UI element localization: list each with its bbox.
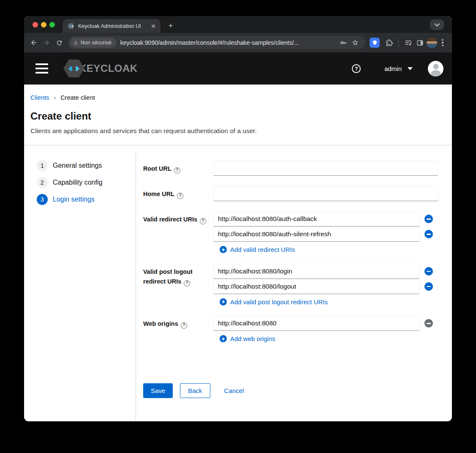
minimize-window-button[interactable] <box>41 22 46 27</box>
maximize-window-button[interactable] <box>49 22 55 27</box>
login-settings-form: Root URL? Home URL? Valid redirect URIs? <box>143 145 438 398</box>
tab-title: Keycloak Administration UI <box>78 23 150 29</box>
close-tab-icon[interactable]: ✕ <box>150 22 157 30</box>
warning-triangle-icon: ⚠ <box>73 40 78 45</box>
home-url-input[interactable] <box>213 186 438 201</box>
nav-toggle-hamburger-icon[interactable] <box>35 63 48 74</box>
wizard-steps-nav: 1 General settings 2 Capability config 3… <box>37 160 102 205</box>
user-dropdown-caret-icon[interactable] <box>408 67 413 70</box>
page-header: Clients › Create client Create client Cl… <box>24 85 452 145</box>
media-controls-icon[interactable] <box>402 37 414 49</box>
user-avatar[interactable] <box>428 61 443 76</box>
step-number-badge: 1 <box>37 160 48 171</box>
new-tab-button[interactable]: + <box>165 20 177 32</box>
home-url-label: Home URL? <box>143 186 213 201</box>
remove-web-origin-button-disabled <box>424 319 433 327</box>
form-group-root-url: Root URL? <box>143 161 438 176</box>
plus-circle-icon: + <box>220 246 227 253</box>
back-button[interactable] <box>27 36 40 49</box>
adblock-shield-extension-icon[interactable] <box>370 38 380 48</box>
post-logout-uri-row <box>213 264 438 279</box>
browser-tab[interactable]: Keycloak Administration UI ✕ <box>63 19 160 33</box>
post-logout-uri-row <box>213 279 438 294</box>
web-origins-help-icon[interactable]: ? <box>181 322 187 329</box>
web-origin-row <box>213 316 438 331</box>
help-icon[interactable]: ? <box>352 64 361 73</box>
keycloak-favicon-icon <box>68 23 74 29</box>
cancel-button[interactable]: Cancel <box>224 383 244 398</box>
tab-search-chevron-button[interactable] <box>430 19 444 30</box>
post-logout-uri-input[interactable] <box>213 279 419 294</box>
post-logout-redirect-uris-help-icon[interactable]: ? <box>184 280 190 287</box>
add-valid-redirect-uris-link[interactable]: + Add valid redirect URIs <box>220 246 295 253</box>
username-dropdown-label[interactable]: admin <box>384 65 402 72</box>
valid-redirect-uris-label: Valid redirect URIs? <box>143 211 213 254</box>
side-panel-icon[interactable] <box>414 37 426 49</box>
keycloak-logo[interactable]: KEYCLOAK <box>63 60 138 77</box>
step-number-badge: 3 <box>37 194 48 205</box>
root-url-input[interactable] <box>213 161 438 176</box>
form-group-post-logout-redirect-uris: Valid post logout redirect URIs? + Add v… <box>143 264 438 306</box>
add-post-logout-redirect-uris-link[interactable]: + Add valid post logout redirect URIs <box>220 298 328 306</box>
password-key-icon[interactable] <box>337 37 349 49</box>
step-number-badge: 2 <box>37 177 48 188</box>
back-button-form[interactable]: Back <box>180 383 210 398</box>
form-group-web-origins: Web origins? + Add web origins <box>143 316 438 343</box>
remove-post-logout-uri-button[interactable] <box>424 267 433 276</box>
remove-redirect-uri-button[interactable] <box>424 215 433 223</box>
browser-toolbar: ⚠ Non sécurisé keycloak:9090/admin/maste… <box>24 33 452 52</box>
redirect-uri-input[interactable] <box>213 226 419 242</box>
extensions-puzzle-icon[interactable] <box>383 37 395 49</box>
browser-menu-kebab-icon[interactable] <box>438 39 448 46</box>
security-chip[interactable]: ⚠ Non sécurisé <box>70 38 116 48</box>
browser-profile-avatar[interactable] <box>426 37 438 49</box>
masthead-right: ? admin <box>352 61 443 76</box>
add-web-origins-link[interactable]: + Add web origins <box>220 335 275 342</box>
wizard-content: 1 General settings 2 Capability config 3… <box>24 145 452 421</box>
form-group-home-url: Home URL? <box>143 186 438 201</box>
address-bar[interactable]: ⚠ Non sécurisé keycloak:9090/admin/maste… <box>68 36 365 49</box>
url-text: keycloak:9090/admin/master/console/#/rul… <box>120 39 337 46</box>
root-url-help-icon[interactable]: ? <box>174 167 180 174</box>
bookmark-star-icon[interactable] <box>349 37 361 49</box>
remove-redirect-uri-button[interactable] <box>424 230 433 238</box>
breadcrumb-current: Create client <box>60 94 95 101</box>
form-actions: Save Back Cancel <box>143 383 438 398</box>
wizard-divider <box>136 152 136 421</box>
home-url-help-icon[interactable]: ? <box>177 193 183 199</box>
desktop-background: Keycloak Administration UI ✕ + ⚠ Non séc… <box>0 0 476 453</box>
valid-redirect-uris-help-icon[interactable]: ? <box>200 218 206 224</box>
page-description: Clients are applications and services th… <box>30 127 446 135</box>
page-title: Create client <box>30 110 446 122</box>
plus-circle-icon: + <box>220 335 227 342</box>
remove-post-logout-uri-button[interactable] <box>424 282 433 291</box>
reload-button[interactable] <box>53 36 65 49</box>
close-window-button[interactable] <box>33 22 38 27</box>
profile-photo <box>427 38 437 48</box>
redirect-uri-input[interactable] <box>213 211 419 226</box>
wizard-step-login-settings[interactable]: 3 Login settings <box>37 194 102 205</box>
redirect-uri-row <box>213 226 438 242</box>
breadcrumb: Clients › Create client <box>30 94 446 101</box>
wizard-step-general-settings[interactable]: 1 General settings <box>37 160 102 171</box>
forward-button[interactable] <box>40 36 53 49</box>
post-logout-redirect-uris-label: Valid post logout redirect URIs? <box>143 264 213 306</box>
redirect-uri-row <box>213 211 438 226</box>
web-origins-label: Web origins? <box>143 316 213 343</box>
save-button[interactable]: Save <box>143 383 173 398</box>
plus-circle-icon: + <box>220 298 227 306</box>
form-group-valid-redirect-uris: Valid redirect URIs? + Add valid redirec… <box>143 211 438 254</box>
keycloak-masthead: KEYCLOAK ? admin <box>24 52 452 85</box>
keycloak-wordmark: KEYCLOAK <box>79 63 138 74</box>
browser-window: Keycloak Administration UI ✕ + ⚠ Non séc… <box>24 16 452 421</box>
root-url-label: Root URL? <box>143 161 213 176</box>
web-origin-input[interactable] <box>213 316 419 331</box>
post-logout-uri-input[interactable] <box>213 264 419 279</box>
wizard-step-capability-config[interactable]: 2 Capability config <box>37 177 102 188</box>
toolbar-separator <box>398 38 399 47</box>
breadcrumb-separator-icon: › <box>54 94 56 101</box>
breadcrumb-clients-link[interactable]: Clients <box>30 94 49 101</box>
tab-strip: Keycloak Administration UI ✕ + <box>24 16 452 33</box>
